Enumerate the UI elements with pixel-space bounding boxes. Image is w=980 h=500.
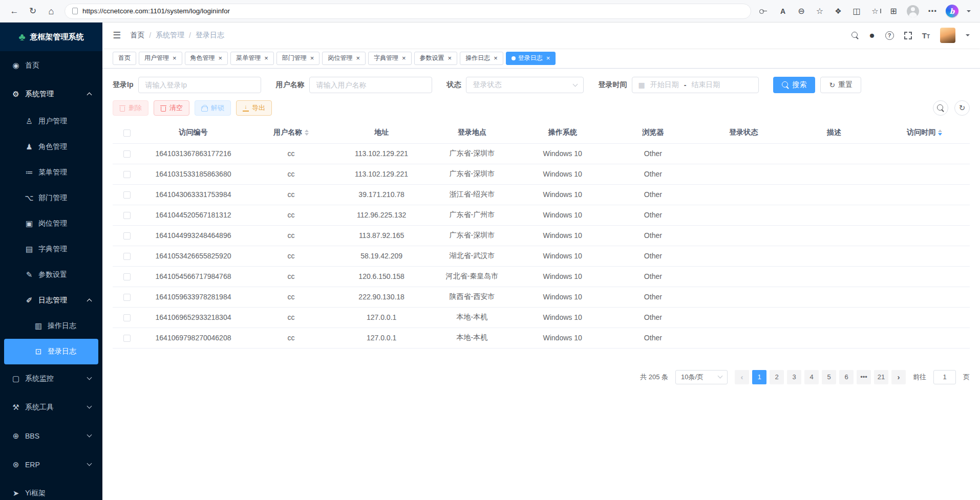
tab-role-mgmt[interactable]: 角色管理× — [185, 52, 228, 65]
sidebar-collapse-icon[interactable] — [113, 30, 121, 41]
tab-menu-mgmt[interactable]: 菜单管理× — [230, 52, 274, 65]
sidebar-item-erp[interactable]: ⊛ERP — [4, 450, 98, 479]
sidebar-item-home[interactable]: ◉首页 — [4, 51, 98, 80]
avatar-caret-down-icon[interactable] — [966, 34, 970, 36]
sidebar-item-login-log[interactable]: ⊡登录日志 — [4, 339, 98, 364]
table-row[interactable]: 1641031533185863680cc113.102.129.221广东省-… — [113, 164, 970, 184]
refresh-table-button[interactable] — [954, 100, 970, 116]
font-size-icon[interactable] — [922, 31, 930, 40]
tab-close-icon[interactable]: × — [356, 55, 360, 61]
browser-menu-icon[interactable] — [927, 7, 938, 15]
table-row[interactable]: 1641054566717984768cc120.6.150.158河北省-秦皇… — [113, 266, 970, 287]
user-avatar[interactable] — [940, 28, 955, 43]
sidebar-item-role-mgmt[interactable]: ♟角色管理 — [4, 134, 98, 160]
reset-button[interactable]: 重置 — [820, 77, 861, 93]
password-key-icon[interactable] — [759, 8, 770, 15]
sidebar-item-system-tools[interactable]: ⚒系统工具 — [4, 393, 98, 422]
tab-close-icon[interactable]: × — [546, 55, 550, 61]
pagination-more-button[interactable]: ••• — [857, 370, 871, 384]
pagination-page-button[interactable]: 4 — [804, 370, 819, 384]
browser-reload-icon[interactable] — [28, 7, 38, 15]
fullscreen-icon[interactable] — [904, 32, 912, 39]
unlock-button[interactable]: 解锁 — [195, 100, 231, 116]
add-favorite-icon[interactable] — [815, 7, 825, 15]
browser-back-icon[interactable] — [9, 7, 19, 15]
row-checkbox[interactable] — [123, 314, 131, 321]
sidebar-item-dept-mgmt[interactable]: ⌥部门管理 — [4, 185, 98, 211]
pagination-page-button[interactable]: 1 — [752, 370, 766, 384]
pagination-prev-button[interactable]: ‹ — [735, 370, 749, 384]
user-name-input[interactable] — [309, 77, 432, 93]
tab-user-mgmt[interactable]: 用户管理× — [139, 52, 182, 65]
tab-close-icon[interactable]: × — [310, 55, 314, 61]
breadcrumb-item[interactable]: 首页 — [130, 31, 144, 40]
row-checkbox[interactable] — [123, 212, 131, 219]
pagination-page-button[interactable]: 5 — [822, 370, 836, 384]
table-row[interactable]: 1641069652933218304cc127.0.0.1本地-本机Windo… — [113, 307, 970, 328]
table-row[interactable]: 1641044520567181312cc112.96.225.132广东省-广… — [113, 205, 970, 225]
tab-close-icon[interactable]: × — [173, 55, 177, 61]
extensions-icon[interactable] — [833, 7, 843, 15]
column-header[interactable]: 访问时间 — [879, 122, 970, 143]
sidebar-item-bbs[interactable]: ⊕BBS — [4, 422, 98, 450]
copilot-caret-down-icon[interactable] — [967, 10, 971, 12]
sidebar-item-param-settings[interactable]: ✎参数设置 — [4, 262, 98, 288]
tab-home[interactable]: 首页 — [113, 52, 136, 65]
select-all-checkbox[interactable] — [123, 129, 131, 137]
goto-page-input[interactable] — [933, 370, 956, 384]
sidebar-item-yi-framework[interactable]: ➤Yi框架 — [4, 479, 98, 500]
tab-close-icon[interactable]: × — [402, 55, 406, 61]
table-row[interactable]: 1641044993248464896cc113.87.92.165广东省-深圳… — [113, 225, 970, 246]
table-row[interactable]: 1641031367863177216cc113.102.129.221广东省-… — [113, 143, 970, 164]
row-checkbox[interactable] — [123, 232, 131, 240]
sidebar-item-system-mgmt[interactable]: ⚙系统管理 — [4, 80, 98, 108]
tab-close-icon[interactable]: × — [264, 55, 268, 61]
split-screen-icon[interactable] — [851, 7, 862, 15]
zoom-out-icon[interactable] — [796, 7, 806, 15]
tab-login-log[interactable]: 登录日志× — [506, 52, 556, 65]
tab-close-icon[interactable]: × — [448, 55, 452, 61]
copilot-bing-icon[interactable] — [946, 5, 958, 17]
address-bar[interactable]: https://ccnetcore.com:1101/system/log/lo… — [65, 4, 751, 19]
pagination-page-button[interactable]: 21 — [874, 370, 888, 384]
breadcrumb-item[interactable]: 系统管理 — [156, 31, 184, 40]
row-checkbox[interactable] — [123, 253, 131, 260]
sidebar-item-user-mgmt[interactable]: ♙用户管理 — [4, 108, 98, 134]
browser-profile-avatar[interactable] — [907, 5, 919, 17]
sort-carets-icon[interactable] — [305, 129, 309, 136]
status-select[interactable]: 登录状态 — [466, 77, 584, 93]
page-size-select[interactable]: 10条/页 — [675, 370, 728, 384]
tab-close-icon[interactable]: × — [219, 55, 223, 61]
toggle-search-button[interactable] — [933, 100, 948, 116]
row-checkbox[interactable] — [123, 335, 131, 342]
export-button[interactable]: 导出 — [236, 100, 272, 116]
tab-param-settings[interactable]: 参数设置× — [414, 52, 458, 65]
row-checkbox[interactable] — [123, 150, 131, 158]
row-checkbox[interactable] — [123, 171, 131, 178]
pagination-page-button[interactable]: 2 — [770, 370, 784, 384]
sort-carets-icon[interactable] — [938, 129, 942, 136]
column-header[interactable]: 用户名称 — [246, 122, 336, 143]
row-checkbox[interactable] — [123, 273, 131, 280]
sidebar-item-system-monitor[interactable]: ▢系统监控 — [4, 364, 98, 393]
pagination-next-button[interactable]: › — [891, 370, 906, 384]
sidebar-item-operation-log[interactable]: ▥操作日志 — [4, 313, 98, 339]
login-time-range-picker[interactable]: 开始日期 - 结束日期 — [632, 77, 759, 93]
delete-button[interactable]: 删除 — [113, 100, 148, 116]
row-checkbox[interactable] — [123, 191, 131, 199]
pagination-page-button[interactable]: 3 — [787, 370, 801, 384]
tab-close-icon[interactable]: × — [494, 55, 498, 61]
pagination-page-button[interactable]: 6 — [839, 370, 854, 384]
favorites-icon[interactable] — [870, 7, 880, 15]
browser-home-icon[interactable] — [46, 7, 56, 16]
row-checkbox[interactable] — [123, 294, 131, 301]
table-row[interactable]: 1641059633978281984cc222.90.130.18陕西省-西安… — [113, 287, 970, 307]
table-row[interactable]: 1641053426655825920cc58.19.42.209湖北省-武汉市… — [113, 246, 970, 266]
header-search-icon[interactable] — [851, 32, 859, 39]
read-aloud-icon[interactable] — [778, 8, 788, 15]
sidebar-item-log-mgmt[interactable]: ✐日志管理 — [4, 288, 98, 313]
search-button[interactable]: 搜索 — [773, 77, 815, 93]
tab-operation-log[interactable]: 操作日志× — [460, 52, 503, 65]
table-row[interactable]: 1641043063331753984cc39.171.210.78浙江省-绍兴… — [113, 184, 970, 205]
sidebar-item-post-mgmt[interactable]: ▣岗位管理 — [4, 211, 98, 236]
